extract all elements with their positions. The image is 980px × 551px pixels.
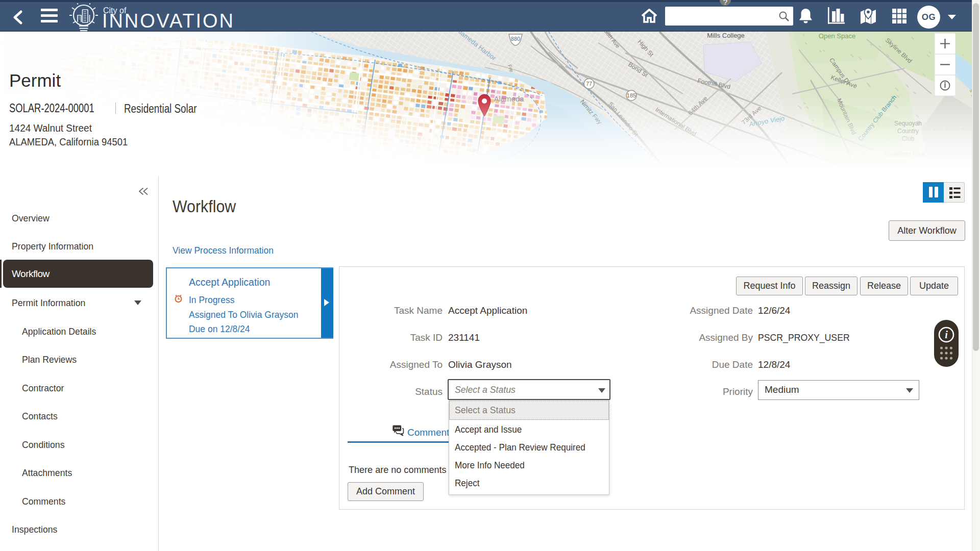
svg-text:i: i [945, 329, 948, 340]
svg-text:?: ? [723, 0, 727, 6]
